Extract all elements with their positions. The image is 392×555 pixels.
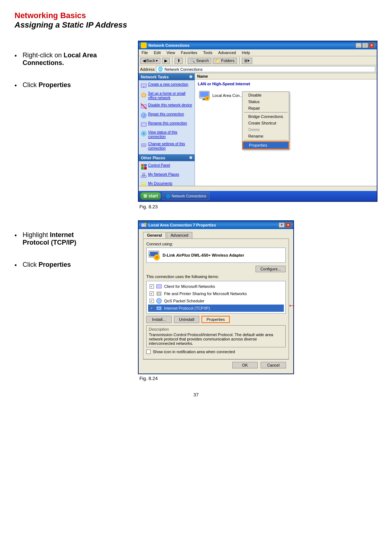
bold-2: Properties (38, 81, 71, 89)
sidebar-link-repair[interactable]: ↺ Repair this connection (140, 111, 193, 119)
page-subtitle: Assigning a Static IP Address (15, 20, 377, 30)
sidebar-link-home-small[interactable]: Set up a home or small office network (140, 91, 193, 101)
new-connection-icon (141, 83, 147, 89)
list-item-file-printer[interactable]: ✓ File and Printer Sharing for Microsoft… (148, 290, 284, 297)
view-status-icon (141, 131, 147, 136)
network-connections-window[interactable]: Network Connections _ □ ✕ File Edit View… (138, 41, 377, 202)
context-menu-status[interactable]: Status (242, 98, 289, 105)
dialog-action-buttons: Install... Uninstall Properties (146, 316, 286, 323)
window-icon (141, 42, 147, 48)
checkbox-client-ms[interactable]: ✓ (150, 284, 154, 289)
toolbar: ◀ Back ▾ ▶ ⬆ 🔍 Search 📁 (139, 56, 377, 65)
menu-advanced[interactable]: Advanced (217, 50, 237, 55)
window-controls[interactable]: _ □ ✕ (356, 43, 375, 48)
sidebar-link-new-connection[interactable]: Create a new connection (140, 82, 193, 89)
back-label: Back (146, 58, 155, 63)
search-label: Search (196, 58, 209, 63)
sidebar-link-change-settings[interactable]: Change settings of this connection (140, 141, 193, 151)
menu-bar: File Edit View Favorites Tools Advanced … (139, 49, 377, 56)
list-item-qos[interactable]: ✓ QoS Packet Scheduler (148, 297, 284, 305)
sidebar-link-control-panel[interactable]: Control Panel (140, 163, 193, 170)
sidebar-link-my-documents[interactable]: My Documents (140, 181, 193, 186)
context-menu-repair[interactable]: Repair (242, 105, 289, 111)
sidebar-other-content: Control Panel My Network Places My Docum… (139, 161, 195, 186)
checkbox-show-icon[interactable] (146, 350, 151, 354)
tab-advanced[interactable]: Advanced (167, 232, 192, 238)
context-menu-disable[interactable]: Disable (242, 92, 289, 98)
close-button[interactable]: ✕ (369, 43, 375, 48)
local-area-connection-icon (199, 90, 210, 101)
dialog-close-button[interactable]: ✕ (285, 223, 291, 228)
svg-rect-16 (143, 173, 145, 175)
properties-action-button[interactable]: Properties (201, 316, 230, 323)
forward-button[interactable]: ▶ (162, 58, 170, 64)
svg-rect-17 (141, 176, 143, 177)
search-button[interactable]: 🔍 Search (188, 58, 211, 64)
properties-dialog[interactable]: Local Area Connection 7 Properties ? ✕ G… (138, 220, 294, 374)
sidebar-link-my-network[interactable]: My Network Places (140, 172, 193, 179)
views-button[interactable]: ⊞▾ (242, 58, 252, 64)
svg-point-40 (156, 257, 158, 258)
menu-favorites[interactable]: Favorites (179, 50, 199, 55)
checkbox-qos[interactable]: ✓ (150, 299, 154, 303)
context-menu-rename[interactable]: Rename (242, 133, 289, 139)
start-button[interactable]: ⊞ start (140, 192, 161, 200)
context-menu-properties[interactable]: Properties (242, 141, 289, 149)
sidebar-link-repair-text: Repair this connection (148, 112, 184, 117)
instruction-text-4: Click Properties (23, 261, 71, 269)
checkbox-file-printer[interactable]: ✓ (150, 291, 154, 296)
sidebar-link-disable[interactable]: Disable this network device (140, 102, 193, 110)
address-bar: Address 🌐 Network Connections (139, 65, 377, 73)
up-button[interactable]: ⬆ (175, 58, 183, 64)
context-menu-delete[interactable]: Delete (242, 126, 289, 133)
left-instructions-2: • Highlight InternetProtocol (TCP/IP) • … (15, 220, 131, 381)
sidebar-section-header-other[interactable]: Other Places ⊛ (139, 154, 195, 161)
adapter-name: D-Link AirPlus DWL-650+ Wireless Adapter (163, 253, 244, 257)
context-menu-bridge[interactable]: Bridge Connections (242, 113, 289, 120)
maximize-button[interactable]: □ (362, 43, 368, 48)
dialog-title: Local Area Connection 7 Properties (148, 223, 216, 227)
cancel-button[interactable]: Cancel (261, 362, 286, 368)
sidebar-link-view-status[interactable]: View status of this connection (140, 130, 193, 140)
menu-view[interactable]: View (165, 50, 177, 55)
menu-tools[interactable]: Tools (202, 50, 214, 55)
context-menu-shortcut[interactable]: Create Shortcut (242, 120, 289, 126)
back-button[interactable]: ◀ Back ▾ (140, 58, 160, 64)
instruction-4: • Click Properties (15, 261, 131, 269)
list-item-qos-label: QoS Packet Scheduler (164, 299, 204, 303)
sidebar-link-view-status-text: View status of this connection (148, 130, 192, 139)
tab-general[interactable]: General (143, 232, 166, 238)
taskbar-network-connections[interactable]: 🌐 Network Connections (163, 192, 209, 200)
folders-label: Folders (221, 58, 234, 63)
menu-edit[interactable]: Edit (152, 50, 162, 55)
minimize-button[interactable]: _ (356, 43, 362, 48)
repair-icon: ↺ (141, 113, 147, 118)
checkbox-tcpip[interactable]: ✓ (150, 306, 154, 310)
dialog-titlebar-title-group: Local Area Connection 7 Properties (141, 222, 216, 228)
install-button[interactable]: Install... (146, 316, 172, 323)
tab-bar: General Advanced (143, 232, 289, 238)
instruction-1: • Right-click on Local Area Connections. (15, 52, 131, 67)
menu-file[interactable]: File (140, 50, 150, 55)
ok-button[interactable]: OK (232, 362, 258, 368)
local-area-connection-name: Local Area Con... (212, 93, 243, 98)
dialog-controls[interactable]: ? ✕ (279, 223, 291, 228)
context-menu-sep-2 (244, 140, 287, 140)
menu-help[interactable]: Help (240, 50, 252, 55)
svg-point-34 (144, 223, 146, 225)
dialog-minimize-button[interactable]: ? (279, 223, 285, 228)
toolbar-sep-1 (172, 57, 172, 64)
list-item-tcpip[interactable]: ✓ Internet Protocol (TCP/IP) (148, 305, 284, 312)
folders-button[interactable]: 📁 Folders (213, 58, 237, 64)
sidebar-section-header-tasks[interactable]: Network Tasks ⊛ (139, 73, 195, 80)
sidebar-link-rename[interactable]: Rename this connection (140, 121, 193, 128)
items-label: This connection uses the following items… (146, 274, 286, 279)
fig-1-caption: Fig. 8.23 (139, 204, 377, 209)
list-item-client-ms[interactable]: ✓ Client for Microsoft Networks (148, 283, 284, 290)
uninstall-button[interactable]: Uninstall (174, 316, 199, 323)
address-value[interactable]: 🌐 Network Connections (156, 66, 375, 72)
svg-rect-15 (144, 167, 147, 170)
address-label: Address (140, 67, 155, 72)
bullet-3: • (15, 232, 17, 240)
configure-button[interactable]: Configure... (256, 266, 286, 272)
